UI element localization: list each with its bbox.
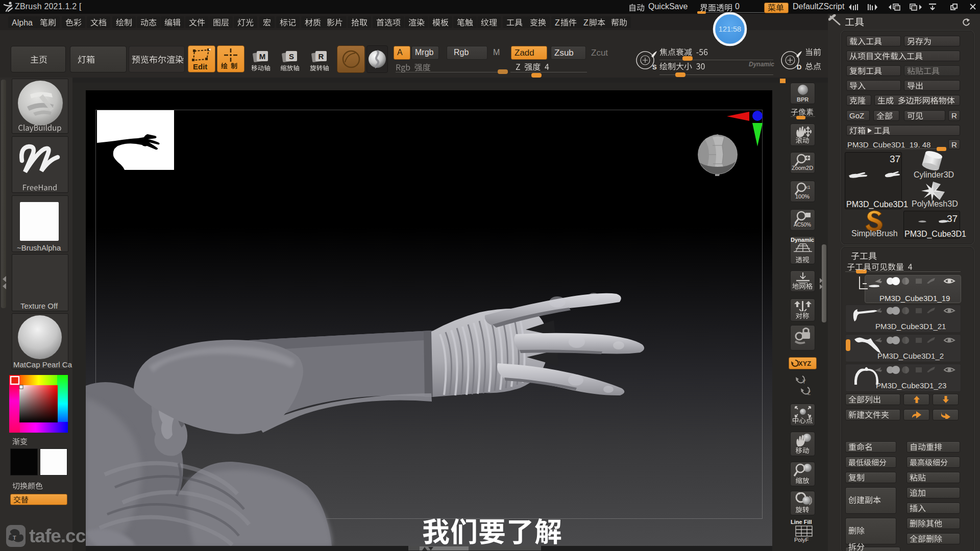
svg-text:T: T [13, 535, 16, 541]
svg-text:x1: x1 [805, 185, 811, 190]
svg-text:121:58: 121:58 [719, 25, 741, 33]
svg-text:R: R [318, 52, 324, 61]
svg-text:S: S [652, 63, 657, 71]
svg-text:M: M [259, 52, 266, 61]
svg-text:Y: Y [802, 379, 806, 385]
svg-text:D: D [797, 63, 801, 71]
svg-text:Z: Z [807, 390, 811, 396]
svg-text:S: S [289, 52, 294, 61]
